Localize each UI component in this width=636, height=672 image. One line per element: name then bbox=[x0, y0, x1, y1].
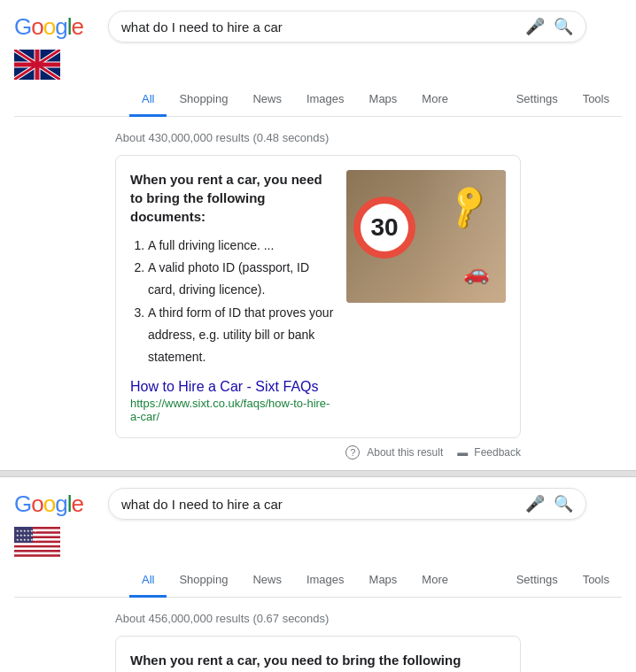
search-bar-us[interactable]: what do I need to hire a car 🎤 🔍 bbox=[108, 488, 586, 520]
results-count-us: About 456,000,000 results (0.67 seconds) bbox=[115, 612, 521, 625]
section-uk: Google what do I need to hire a car 🎤 🔍 … bbox=[0, 0, 636, 117]
feedback-label: Feedback bbox=[474, 446, 521, 459]
feedback-link[interactable]: ▬ Feedback bbox=[457, 446, 521, 459]
feedback-row-uk: ? About this result ▬ Feedback bbox=[115, 445, 521, 460]
nav-tabs-uk: All Shopping News Images Maps More Setti… bbox=[14, 83, 622, 117]
about-result-label: About this result bbox=[367, 446, 443, 459]
tab-maps-uk[interactable]: Maps bbox=[357, 83, 410, 117]
link-title-uk[interactable]: How to Hire a Car - Sixt FAQs bbox=[130, 379, 319, 394]
tab-settings-uk[interactable]: Settings bbox=[504, 83, 570, 117]
tab-more-uk[interactable]: More bbox=[409, 83, 461, 117]
tab-news-us[interactable]: News bbox=[240, 564, 294, 598]
google-logo-us: Google bbox=[14, 490, 94, 518]
search-input-us[interactable]: what do I need to hire a car bbox=[121, 497, 525, 512]
tab-images-uk[interactable]: Images bbox=[294, 83, 357, 117]
search-input-uk[interactable]: what do I need to hire a car bbox=[121, 19, 525, 35]
tab-more-us[interactable]: More bbox=[409, 564, 461, 598]
section-us: Google what do I need to hire a car 🎤 🔍 … bbox=[0, 477, 636, 598]
snippet-image-uk: 30 🔑 🚗 bbox=[346, 170, 506, 303]
section-divider bbox=[0, 470, 636, 477]
link-url-uk: https://www.sixt.co.uk/faqs/how-to-hire-… bbox=[130, 397, 336, 423]
tab-settings-us[interactable]: Settings bbox=[504, 564, 570, 598]
tab-tools-uk[interactable]: Tools bbox=[570, 83, 622, 117]
flag-us: ★★★★★★ ★★★★★ ★★★★★★ bbox=[14, 527, 60, 557]
snippet-item-1-uk: A full driving licence. ... bbox=[148, 235, 336, 257]
snippet-text-uk: When you rent a car, you need to bring t… bbox=[130, 170, 336, 423]
result-link-uk[interactable]: How to Hire a Car - Sixt FAQs https://ww… bbox=[130, 379, 336, 423]
tab-all-uk[interactable]: All bbox=[129, 83, 167, 117]
search-icon-us[interactable]: 🔍 bbox=[554, 494, 573, 514]
svg-text:★★★★★★: ★★★★★★ bbox=[16, 537, 37, 542]
question-icon: ? bbox=[345, 445, 360, 460]
tab-all-us[interactable]: All bbox=[129, 564, 167, 598]
nav-tabs-us: All Shopping News Images Maps More Setti… bbox=[14, 564, 622, 598]
snippet-title-uk: When you rent a car, you need to bring t… bbox=[130, 170, 336, 226]
tab-shopping-uk[interactable]: Shopping bbox=[167, 83, 240, 117]
featured-snippet-us: When you rent a car, you need to bring t… bbox=[115, 636, 521, 672]
svg-rect-15 bbox=[14, 550, 60, 552]
snippet-item-2-uk: A valid photo ID (passport, ID card, dri… bbox=[148, 257, 336, 301]
tab-maps-us[interactable]: Maps bbox=[357, 564, 410, 598]
results-area-uk: About 430,000,000 results (0.48 seconds)… bbox=[0, 117, 636, 470]
snippet-item-3-uk: A third form of ID that proves your addr… bbox=[148, 302, 336, 369]
snippet-list-uk: A full driving licence. ... A valid phot… bbox=[130, 235, 336, 368]
feedback-bar-icon: ▬ bbox=[457, 446, 468, 459]
mic-icon-uk[interactable]: 🎤 bbox=[525, 17, 545, 36]
tab-tools-us[interactable]: Tools bbox=[570, 564, 622, 598]
google-logo-uk: Google bbox=[14, 13, 94, 41]
svg-rect-16 bbox=[14, 554, 60, 557]
tab-shopping-us[interactable]: Shopping bbox=[167, 564, 240, 598]
tab-images-us[interactable]: Images bbox=[294, 564, 357, 598]
snippet-title-us: When you rent a car, you need to bring t… bbox=[130, 651, 506, 672]
tab-news-uk[interactable]: News bbox=[240, 83, 294, 117]
featured-snippet-uk: When you rent a car, you need to bring t… bbox=[115, 155, 521, 438]
results-area-us: About 456,000,000 results (0.67 seconds)… bbox=[0, 598, 636, 672]
results-count-uk: About 430,000,000 results (0.48 seconds) bbox=[115, 131, 521, 144]
header-row-us: Google what do I need to hire a car 🎤 🔍 bbox=[14, 488, 622, 520]
mic-icon-us[interactable]: 🎤 bbox=[525, 494, 545, 514]
search-bar-uk[interactable]: what do I need to hire a car 🎤 🔍 bbox=[108, 11, 586, 42]
svg-rect-14 bbox=[14, 545, 60, 548]
flag-uk bbox=[14, 50, 60, 80]
header-row-uk: Google what do I need to hire a car 🎤 🔍 bbox=[14, 11, 622, 42]
search-icon-uk[interactable]: 🔍 bbox=[554, 17, 573, 36]
about-result-link[interactable]: ? About this result bbox=[345, 445, 443, 460]
speed-sign: 30 bbox=[353, 197, 415, 259]
